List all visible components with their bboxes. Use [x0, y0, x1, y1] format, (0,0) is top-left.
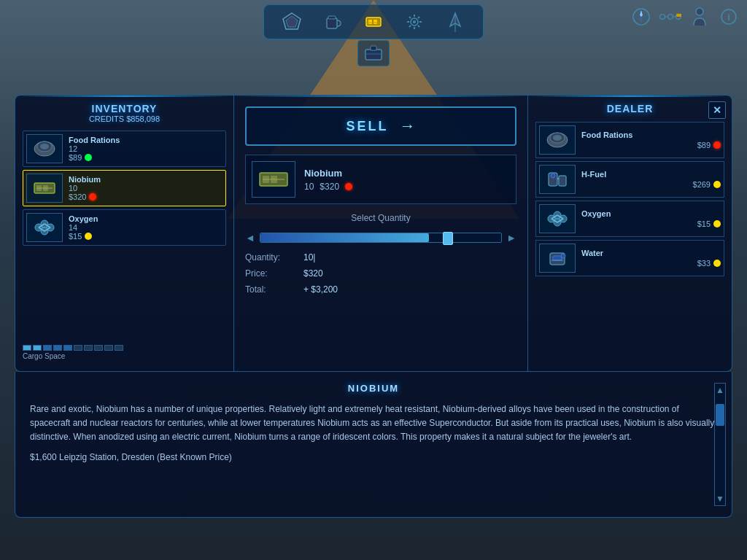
cargo-label: Cargo Space — [23, 352, 123, 360]
dealer-title: DEALER — [535, 103, 724, 114]
sell-panel: SELL → Niobium 10 $3 — [233, 95, 528, 372]
oxygen-indicator — [85, 233, 92, 240]
cargo-bar — [23, 345, 123, 351]
select-quantity-label: Select Quantity — [351, 213, 410, 223]
dealer-oxygen-indicator — [713, 220, 721, 228]
close-button[interactable]: ✕ — [708, 101, 726, 119]
scroll-thumb[interactable] — [716, 404, 724, 426]
dealer-oxygen-icon — [539, 204, 576, 233]
food-rations-price-row: $89 — [69, 153, 222, 162]
svg-rect-43 — [36, 187, 53, 189]
nav-icon-ship[interactable] — [442, 9, 468, 35]
inventory-panel: INVENTORY CREDITS $858,098 Food Rations — [15, 95, 233, 372]
slider-arrow-left[interactable]: ◄ — [245, 232, 255, 244]
svg-rect-55 — [263, 179, 285, 180]
sell-item-price: $320 — [320, 182, 339, 192]
sell-item-quantity: 10 — [304, 182, 314, 192]
quantity-slider[interactable] — [260, 233, 502, 243]
dealer-h-fuel-price: $269 — [693, 180, 711, 189]
panels-row: INVENTORY CREDITS $858,098 Food Rations — [15, 95, 732, 372]
nav-icon-mug[interactable] — [320, 9, 346, 35]
svg-rect-21 — [371, 46, 376, 50]
description-scrollbar[interactable]: ▲ ▼ — [714, 383, 726, 506]
slider-arrow-right[interactable]: ► — [506, 232, 516, 244]
sell-details: Quantity: 10| Price: $320 Total: + $3,20… — [245, 252, 516, 295]
food-rations-quantity: 12 — [69, 144, 222, 153]
niobium-details: Niobium 10 $320 — [69, 175, 222, 201]
sell-button-label: SELL — [346, 119, 388, 134]
food-rations-name: Food Rations — [69, 136, 222, 144]
sell-button[interactable]: SELL → — [245, 106, 516, 146]
inventory-credits: CREDITS $858,098 — [23, 114, 226, 123]
niobium-price-row: $320 — [69, 192, 222, 201]
inventory-list: Food Rations 12 $89 — [23, 131, 226, 246]
svg-rect-2 — [327, 18, 337, 28]
slider-fill — [260, 233, 429, 242]
oxygen-name: Oxygen — [69, 214, 222, 223]
dealer-list: Food Rations $89 — [535, 122, 724, 276]
dealer-item-oxygen[interactable]: Oxygen $15 — [535, 201, 724, 237]
dealer-item-water[interactable]: Water $33 — [535, 240, 724, 276]
nav-icon-gold[interactable] — [360, 9, 387, 35]
cargo-cell-7 — [84, 345, 93, 351]
svg-marker-26 — [640, 10, 643, 17]
nav-icon-map[interactable] — [659, 6, 681, 28]
dealer-water-icon — [539, 244, 576, 273]
dealer-water-price: $33 — [697, 259, 711, 268]
nav-icon-person[interactable] — [689, 6, 711, 28]
dealer-water-name: Water — [581, 249, 721, 257]
food-rations-icon — [26, 134, 63, 163]
svg-point-34 — [696, 8, 703, 15]
oxygen-details: Oxygen 14 $15 — [69, 214, 222, 241]
description-panel: NIOBIUM Rare and exotic, Niobium has a n… — [15, 372, 732, 518]
dealer-food-rations-price: $89 — [697, 141, 711, 149]
sell-item-icon — [252, 161, 295, 198]
dealer-food-rations-price-row: $89 — [581, 141, 721, 149]
price-label: Price: — [245, 268, 303, 279]
niobium-price: $320 — [69, 192, 86, 201]
sell-button-container: SELL → — [245, 106, 516, 146]
inventory-item-food-rations[interactable]: Food Rations 12 $89 — [23, 131, 226, 167]
dealer-food-rations-name: Food Rations — [581, 131, 721, 139]
dealer-item-food-rations[interactable]: Food Rations $89 — [535, 122, 724, 158]
description-text: Rare and exotic, Niobium has a number of… — [30, 402, 717, 445]
niobium-name: Niobium — [69, 175, 222, 184]
svg-line-16 — [418, 17, 419, 18]
nav-icon-cargo[interactable] — [357, 40, 390, 66]
scroll-arrow-up[interactable]: ▲ — [714, 384, 726, 397]
cargo-space: Cargo Space — [23, 345, 123, 360]
slider-thumb[interactable] — [443, 232, 453, 245]
dealer-item-h-fuel[interactable]: H-Fuel $269 — [535, 161, 724, 198]
sell-price-row: Price: $320 — [245, 268, 516, 279]
sell-item-preview: Niobium 10 $320 — [245, 155, 516, 204]
description-price: $1,600 Leipzig Station, Dresden (Best Kn… — [30, 452, 717, 462]
nav-icon-info[interactable]: i — [718, 6, 740, 28]
total-value: + $3,200 — [303, 284, 338, 295]
nav-icon-compass[interactable] — [630, 6, 652, 28]
main-ui: INVENTORY CREDITS $858,098 Food Rations — [15, 95, 732, 553]
description-title: NIOBIUM — [30, 383, 717, 394]
dealer-h-fuel-indicator — [713, 181, 721, 188]
dealer-oxygen-price-row: $15 — [581, 219, 721, 228]
oxygen-quantity: 14 — [69, 223, 222, 232]
quantity-value: 10| — [303, 252, 315, 262]
top-center-extra — [357, 40, 390, 66]
inventory-item-oxygen[interactable]: Oxygen 14 $15 — [23, 209, 226, 246]
svg-rect-20 — [365, 50, 382, 60]
cargo-cell-3 — [43, 345, 52, 351]
oxygen-price: $15 — [69, 232, 82, 241]
oxygen-icon — [26, 213, 63, 242]
quantity-slider-container: ◄ ► — [245, 232, 516, 244]
niobium-indicator — [89, 193, 96, 201]
svg-line-17 — [409, 26, 411, 27]
scroll-arrow-down[interactable]: ▼ — [714, 492, 726, 505]
quantity-label: Quantity: — [245, 252, 303, 262]
inventory-item-niobium[interactable]: Niobium 10 $320 — [23, 170, 226, 206]
food-rations-price: $89 — [69, 153, 82, 162]
dealer-h-fuel-details: H-Fuel $269 — [581, 170, 721, 189]
svg-point-58 — [553, 135, 562, 141]
sell-arrow-icon: → — [400, 117, 416, 136]
svg-point-29 — [668, 15, 673, 20]
nav-icon-gear[interactable] — [401, 9, 427, 35]
nav-icon-pentagon[interactable] — [279, 9, 305, 35]
